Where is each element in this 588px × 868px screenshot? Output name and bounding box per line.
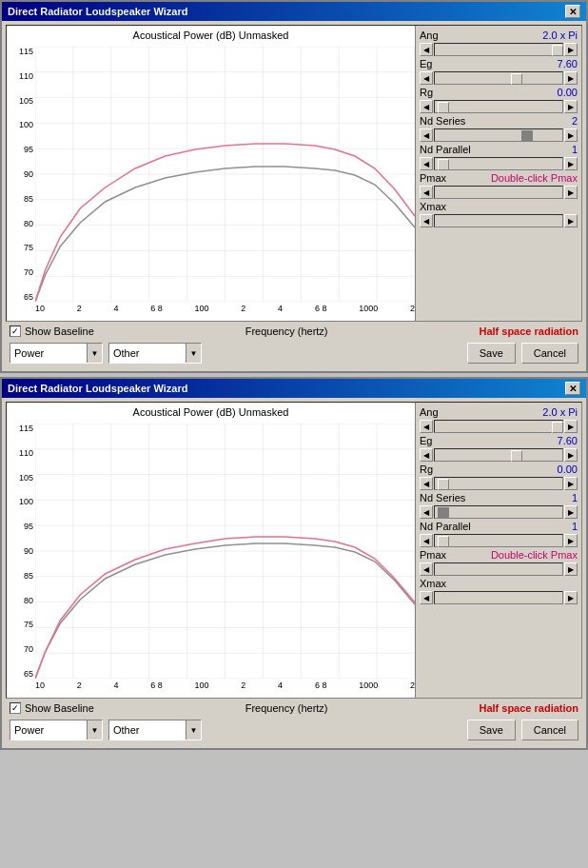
pmax-header-2: Pmax Double-click Pmax xyxy=(420,549,578,561)
rg-header-2: Rg 0.00 xyxy=(420,464,578,475)
freq-label-1: Frequency (hertz) xyxy=(245,326,328,337)
show-baseline-checkbox-1[interactable]: ✓ xyxy=(10,326,21,337)
wizard-window-1: Direct Radiator Loudspeaker Wizard ✕ Aco… xyxy=(0,0,588,373)
xmax-label-1: Xmax xyxy=(420,201,446,212)
pmax-slider-1[interactable] xyxy=(434,186,563,199)
ang-value-1: 2.0 x Pi xyxy=(542,30,578,41)
nd-parallel-value-1: 1 xyxy=(572,144,578,155)
nd-series-slider-2[interactable] xyxy=(434,505,563,519)
nd-series-header-2: Nd Series 1 xyxy=(420,492,578,503)
eg-left-btn-2[interactable]: ◀ xyxy=(420,448,433,462)
chart-title-1: Acoustical Power (dB) Unmasked xyxy=(7,26,415,43)
nd-series-left-btn-1[interactable]: ◀ xyxy=(420,128,433,142)
dropdown1-2[interactable]: Power ▼ xyxy=(10,720,103,740)
eg-slider-2[interactable] xyxy=(434,448,563,462)
rg-value-1: 0.00 xyxy=(558,87,578,98)
xmax-left-btn-2[interactable]: ◀ xyxy=(420,591,433,604)
close-button-1[interactable]: ✕ xyxy=(565,5,580,18)
nd-parallel-left-btn-2[interactable]: ◀ xyxy=(420,534,433,547)
eg-right-btn-2[interactable]: ▶ xyxy=(564,448,578,462)
eg-value-2: 7.60 xyxy=(558,435,578,446)
rg-left-btn-1[interactable]: ◀ xyxy=(420,100,433,113)
rg-right-btn-1[interactable]: ▶ xyxy=(564,100,578,113)
xmax-left-btn-1[interactable]: ◀ xyxy=(420,214,433,227)
dropdown2-arrow-2[interactable]: ▼ xyxy=(186,720,201,740)
rg-slider-2[interactable] xyxy=(434,477,563,490)
nd-series-slider-row-2: ◀ ▶ xyxy=(420,505,578,519)
pmax-right-btn-1[interactable]: ▶ xyxy=(564,186,578,199)
ang-value-2: 2.0 x Pi xyxy=(542,406,578,418)
nd-series-left-btn-2[interactable]: ◀ xyxy=(420,505,433,519)
dropdown2-text-2: Other xyxy=(109,720,186,740)
chart-svg-2 xyxy=(35,424,415,679)
nd-series-right-btn-1[interactable]: ▶ xyxy=(564,128,578,142)
dropdown2-arrow-1[interactable]: ▼ xyxy=(186,344,201,363)
chart-svg-1 xyxy=(35,47,415,302)
ang-left-btn-1[interactable]: ◀ xyxy=(420,43,433,56)
ang-slider-1[interactable] xyxy=(434,43,563,56)
ang-label-2: Ang xyxy=(420,406,439,418)
xmax-slider-2[interactable] xyxy=(434,591,563,604)
nd-parallel-slider-2[interactable] xyxy=(434,534,563,547)
rg-value-2: 0.00 xyxy=(558,464,578,475)
content-area-1: Acoustical Power (dB) Unmasked 115 110 1… xyxy=(2,21,586,371)
ang-left-btn-2[interactable]: ◀ xyxy=(420,420,433,433)
rg-slider-1[interactable] xyxy=(434,100,563,113)
pmax-left-btn-2[interactable]: ◀ xyxy=(420,562,433,576)
dropdown1-text-1: Power xyxy=(10,344,87,363)
xmax-right-btn-1[interactable]: ▶ xyxy=(564,214,578,227)
eg-slider-1[interactable] xyxy=(434,71,563,85)
eg-label-2: Eg xyxy=(420,435,439,446)
xmax-right-btn-2[interactable]: ▶ xyxy=(564,591,578,604)
chart-area-1: Acoustical Power (dB) Unmasked 115 110 1… xyxy=(7,26,415,321)
nd-series-right-btn-2[interactable]: ▶ xyxy=(564,505,578,519)
dropdown1-1[interactable]: Power ▼ xyxy=(10,343,103,364)
bottom-bar-2: ✓ Show Baseline Frequency (hertz) Half s… xyxy=(6,699,582,716)
dropdown2-2[interactable]: Other ▼ xyxy=(108,720,202,740)
rg-slider-row-2: ◀ ▶ xyxy=(420,477,578,490)
pmax-slider-2[interactable] xyxy=(434,562,563,576)
save-button-1[interactable]: Save xyxy=(467,343,516,364)
close-button-2[interactable]: ✕ xyxy=(565,382,580,395)
window-title-2: Direct Radiator Loudspeaker Wizard xyxy=(8,383,187,394)
footer-controls-1: Power ▼ Other ▼ Save Cancel xyxy=(6,339,582,367)
chart-svg-container-2 xyxy=(35,424,415,679)
nd-parallel-right-btn-1[interactable]: ▶ xyxy=(564,157,578,170)
dropdown1-arrow-1[interactable]: ▼ xyxy=(87,344,102,363)
nd-parallel-header-2: Nd Parallel 1 xyxy=(420,521,578,532)
dropdown1-arrow-2[interactable]: ▼ xyxy=(87,720,102,740)
ang-label-1: Ang xyxy=(420,30,439,41)
pmax-right-btn-2[interactable]: ▶ xyxy=(564,562,578,576)
nd-series-label-2: Nd Series xyxy=(420,492,465,503)
cancel-button-2[interactable]: Cancel xyxy=(521,720,578,740)
eg-right-btn-1[interactable]: ▶ xyxy=(564,71,578,85)
ang-header-2: Ang 2.0 x Pi xyxy=(420,406,578,418)
xmax-slider-1[interactable] xyxy=(434,214,563,227)
save-button-2[interactable]: Save xyxy=(467,720,516,740)
cancel-button-1[interactable]: Cancel xyxy=(521,343,578,364)
eg-left-btn-1[interactable]: ◀ xyxy=(420,71,433,85)
window-title-1: Direct Radiator Loudspeaker Wizard xyxy=(8,6,187,17)
ang-header-1: Ang 2.0 x Pi xyxy=(420,30,578,41)
rg-label-2: Rg xyxy=(420,464,439,475)
nd-series-slider-1[interactable] xyxy=(434,128,563,142)
ang-right-btn-2[interactable]: ▶ xyxy=(564,420,578,433)
ang-right-btn-1[interactable]: ▶ xyxy=(564,43,578,56)
nd-parallel-slider-1[interactable] xyxy=(434,157,563,170)
nd-parallel-left-btn-1[interactable]: ◀ xyxy=(420,157,433,170)
freq-label-2: Frequency (hertz) xyxy=(245,702,328,714)
show-baseline-label-2: Show Baseline xyxy=(25,702,94,714)
dropdown2-1[interactable]: Other ▼ xyxy=(108,343,202,364)
rg-right-btn-2[interactable]: ▶ xyxy=(564,477,578,490)
rg-label-1: Rg xyxy=(420,87,439,98)
pmax-slider-row-2: ◀ ▶ xyxy=(420,562,578,576)
pmax-left-btn-1[interactable]: ◀ xyxy=(420,186,433,199)
rg-left-btn-2[interactable]: ◀ xyxy=(420,477,433,490)
show-baseline-label-1: Show Baseline xyxy=(25,326,94,337)
xmax-slider-row-2: ◀ ▶ xyxy=(420,591,578,604)
nd-parallel-right-btn-2[interactable]: ▶ xyxy=(564,534,578,547)
ang-slider-2[interactable] xyxy=(434,420,563,433)
wizard-window-2: Direct Radiator Loudspeaker Wizard ✕ Aco… xyxy=(0,377,588,750)
show-baseline-checkbox-2[interactable]: ✓ xyxy=(10,702,21,714)
pmax-label-1: Pmax xyxy=(420,172,446,184)
